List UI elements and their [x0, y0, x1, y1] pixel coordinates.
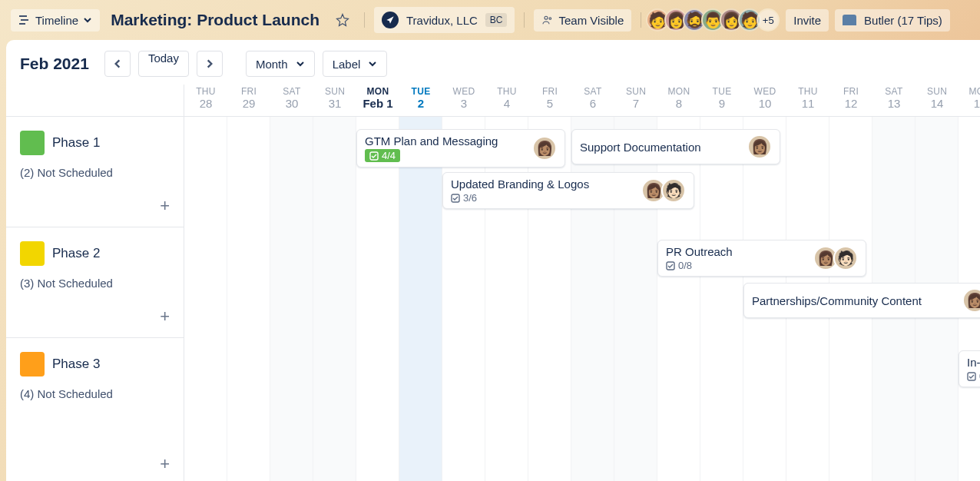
checklist-icon	[967, 372, 976, 381]
view-switcher-label: Timeline	[35, 14, 78, 27]
checklist-icon	[666, 261, 675, 270]
day-column-header: WED3	[442, 85, 485, 116]
lane-not-scheduled[interactable]: (4) Not Scheduled	[20, 387, 173, 400]
chevron-left-icon	[112, 58, 123, 69]
checklist-badge: 0/4	[967, 370, 980, 382]
member-avatar[interactable]: 🧑🏻	[661, 178, 686, 203]
butler-button[interactable]: Butler (17 Tips)	[835, 9, 950, 32]
add-card-button[interactable]: +	[160, 307, 170, 327]
workspace-button[interactable]: Travidux, LLC BC	[374, 7, 515, 33]
granularity-select[interactable]: Month	[246, 51, 315, 77]
lane: Phase 3(4) Not Scheduled+	[6, 338, 184, 481]
member-avatar[interactable]: 👩🏽	[962, 288, 980, 313]
divider	[364, 12, 365, 28]
member-avatar[interactable]: 🧑🏻	[833, 246, 858, 270]
invite-button[interactable]: Invite	[786, 9, 829, 32]
card-title: Updated Branding & Logos	[451, 177, 641, 191]
day-column-header: FRI5	[528, 85, 571, 116]
checklist-badge: 0/8	[666, 260, 692, 271]
timeline-card[interactable]: In-App Announcement0/4👩🏽🧑🏻	[958, 350, 980, 387]
day-column-header: FRI29	[227, 85, 270, 116]
checklist-icon	[369, 151, 379, 161]
day-column-header: SAT13	[872, 85, 915, 116]
day-column-header: THU11	[786, 85, 829, 116]
card-members: 👩🏽🧑🏻	[646, 178, 686, 203]
day-column-header: SAT30	[270, 85, 313, 116]
add-card-button[interactable]: +	[160, 454, 170, 474]
butler-label: Butler (17 Tips)	[864, 14, 942, 27]
card-title: In-App Announcement	[967, 356, 980, 369]
cards-layer: GTM Plan and Messaging4/4👩🏽Support Docum…	[184, 117, 980, 481]
board-header: Timeline Marketing: Product Launch Travi…	[0, 0, 980, 40]
lane-not-scheduled[interactable]: (2) Not Scheduled	[20, 166, 173, 179]
timeline-card[interactable]: Support Documentation👩🏽	[571, 129, 780, 164]
day-column-header: SUN14	[915, 85, 958, 116]
calendar-day-header: THU28FRI29SAT30SUN31MONFeb 1TUE2WED3THU4…	[6, 85, 980, 117]
card-title: Support Documentation	[580, 141, 747, 154]
card-members: 👩🏽	[537, 136, 557, 161]
day-column-header: FRI12	[829, 85, 872, 116]
board-members[interactable]: 🧑 👩 🧔 👨 👩 🧑 +5	[651, 8, 780, 32]
day-column-header: TUE2	[399, 85, 442, 116]
timeline-panel: Feb 2021 Today Month Label THU28FRI29SAT…	[6, 40, 980, 481]
svg-rect-5	[370, 152, 378, 160]
grouping-select[interactable]: Label	[323, 51, 388, 77]
board-title[interactable]: Marketing: Product Launch	[111, 11, 319, 29]
lane-cards: GTM Plan and Messaging4/4👩🏽Support Docum…	[184, 117, 980, 227]
calendar-body: Phase 1(2) Not Scheduled+Phase 2(3) Not …	[6, 117, 980, 481]
butler-icon	[843, 15, 856, 25]
day-column-header: MONFeb 1	[356, 85, 399, 116]
lane-cards: PR Outreach0/8👩🏽🧑🏻Partnerships/Community…	[184, 227, 980, 338]
day-column-header: TUE9	[700, 85, 743, 116]
checklist-icon	[451, 194, 460, 203]
grouping-label: Label	[333, 58, 361, 71]
svg-rect-2	[19, 23, 25, 25]
svg-point-3	[545, 16, 548, 19]
day-column-header: WED10	[743, 85, 786, 116]
people-icon	[541, 14, 554, 26]
today-label: Today	[148, 51, 179, 65]
lane-color-swatch	[20, 352, 45, 377]
timeline-card[interactable]: Updated Branding & Logos3/6👩🏽🧑🏻	[442, 172, 694, 209]
star-icon	[336, 13, 349, 27]
timeline-card[interactable]: GTM Plan and Messaging4/4👩🏽	[356, 129, 565, 168]
day-column-header: MON8	[657, 85, 700, 116]
lane-not-scheduled[interactable]: (3) Not Scheduled	[20, 277, 173, 290]
card-members: 👩🏽	[752, 134, 772, 159]
next-button[interactable]	[197, 51, 223, 77]
day-column-header: THU4	[485, 85, 528, 116]
member-overflow[interactable]: +5	[757, 8, 780, 32]
lane-color-swatch	[20, 241, 45, 266]
divider	[641, 12, 641, 28]
lane-list: Phase 1(2) Not Scheduled+Phase 2(3) Not …	[6, 117, 184, 481]
star-button[interactable]	[330, 8, 355, 32]
timeline-card[interactable]: PR Outreach0/8👩🏽🧑🏻	[657, 240, 866, 277]
lane-cards: In-App Announcement0/4👩🏽🧑🏻Upload Tutoria…	[184, 338, 980, 481]
timeline-toolbar: Feb 2021 Today Month Label	[6, 40, 980, 85]
lane-title: Phase 1	[52, 135, 100, 151]
day-column-header: SUN31	[313, 85, 356, 116]
svg-rect-8	[968, 373, 975, 380]
divider	[524, 12, 525, 28]
view-switcher[interactable]: Timeline	[11, 9, 100, 32]
member-avatar[interactable]: 👩🏽	[747, 134, 772, 159]
card-title: GTM Plan and Messaging	[365, 134, 532, 148]
member-avatar[interactable]: 👩🏽	[532, 136, 557, 161]
card-members: 👩🏽🧑🏻	[818, 246, 858, 270]
chevron-right-icon	[204, 58, 215, 69]
timeline-card[interactable]: Partnerships/Community Content👩🏽	[743, 283, 980, 318]
day-column-header: THU28	[184, 85, 227, 116]
visibility-button[interactable]: Team Visible	[534, 9, 631, 32]
day-column-header: SAT6	[571, 85, 614, 116]
card-title: Partnerships/Community Content	[752, 294, 962, 307]
card-title: PR Outreach	[666, 245, 813, 258]
today-button[interactable]: Today	[138, 51, 189, 77]
add-card-button[interactable]: +	[160, 196, 170, 216]
prev-button[interactable]	[104, 51, 131, 77]
lane-color-swatch	[20, 131, 45, 155]
day-column-header: MON15	[958, 85, 980, 116]
period-label: Feb 2021	[20, 55, 89, 73]
timeline-icon	[18, 14, 31, 26]
checklist-badge: 3/6	[451, 192, 477, 204]
checklist-badge: 4/4	[365, 149, 400, 162]
